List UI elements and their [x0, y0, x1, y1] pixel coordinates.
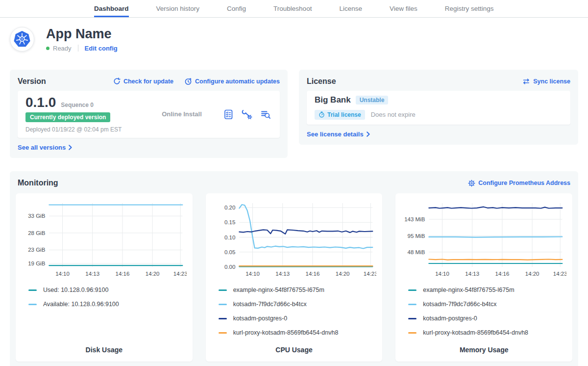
svg-text:14:16: 14:16	[116, 271, 130, 277]
tab-view-files[interactable]: View files	[390, 0, 417, 17]
disk-usage-panel: 33 GiB28 GiB23 GiB19 GiB14:1014:1314:161…	[16, 193, 193, 362]
memory-usage-legend: example-nginx-54f8f76755-l675mkotsadm-7f…	[408, 287, 566, 343]
tab-version-history[interactable]: Version history	[156, 0, 200, 17]
legend-label: kotsadm-7f9dc7d66c-b4tcx	[423, 301, 496, 308]
kubernetes-logo-icon	[10, 27, 34, 52]
svg-text:14:20: 14:20	[146, 271, 160, 277]
configure-automatic-updates-link[interactable]: Configure automatic updates	[184, 78, 280, 85]
svg-text:0.10: 0.10	[224, 235, 235, 240]
stopwatch-icon	[318, 111, 325, 118]
configure-prometheus-label: Configure Prometheus Address	[478, 180, 570, 186]
license-card-header: License Sync license	[307, 77, 570, 86]
legend-item: example-nginx-54f8f76755-l675m	[219, 287, 377, 293]
svg-text:0.20: 0.20	[224, 205, 235, 211]
legend-marker	[219, 332, 227, 334]
cpu-usage-chart: 0.200.150.100.050.0014:1014:1314:1614:20…	[212, 199, 377, 280]
nav-tabs: DashboardVersion historyConfigTroublesho…	[94, 0, 494, 17]
version-card-actions: Check for update Configure automatic upd…	[113, 78, 280, 85]
legend-label: kotsadm-7f9dc7d66c-b4tcx	[233, 301, 307, 308]
refresh-icon	[113, 78, 121, 85]
cards-row: Version Check for update	[10, 70, 578, 158]
monitoring-header: Monitoring	[18, 179, 570, 187]
svg-text:14:16: 14:16	[495, 271, 510, 277]
legend-label: Available: 10.128.0.96:9100	[43, 301, 119, 308]
cpu-usage-title: CPU Usage	[212, 346, 377, 357]
legend-item: kotsadm-7f9dc7d66c-b4tcx	[219, 301, 377, 308]
license-name-row: Big Bank Unstable	[315, 95, 563, 105]
legend-label: Used: 10.128.0.96:9100	[43, 287, 108, 293]
legend-marker	[219, 304, 227, 305]
version-info: 0.1.0 Sequence 0 Currently deployed vers…	[25, 95, 141, 133]
channel-badge: Unstable	[356, 96, 389, 105]
legend-marker	[28, 304, 37, 305]
svg-text:14:10: 14:10	[435, 271, 449, 277]
edit-config-link[interactable]: Edit config	[85, 45, 118, 52]
svg-text:14:20: 14:20	[335, 271, 349, 277]
memory-usage-panel: 143 MiB95 MiB48 MiB14:1014:1314:1614:201…	[395, 193, 572, 362]
kots-admin-dashboard: DashboardVersion historyConfigTroublesho…	[0, 0, 588, 366]
check-for-update-link[interactable]: Check for update	[113, 78, 173, 85]
app-meta: App Name Ready Edit config	[46, 27, 118, 52]
tab-registry-settings[interactable]: Registry settings	[445, 0, 494, 17]
legend-marker	[219, 318, 227, 319]
license-card: License Sync license	[299, 70, 578, 145]
version-card: Version Check for update	[10, 70, 288, 158]
disk-usage-chart: 33 GiB28 GiB23 GiB19 GiB14:1014:1314:161…	[22, 199, 187, 280]
view-logs-icon[interactable]	[260, 109, 271, 120]
top-nav: DashboardVersion historyConfigTroublesho…	[0, 0, 588, 18]
svg-text:14:13: 14:13	[275, 271, 290, 277]
update-clock-icon	[184, 78, 192, 85]
legend-item: kotsadm-7f9dc7d66c-b4tcx	[408, 301, 566, 308]
disk-usage-legend: Used: 10.128.0.96:9100Available: 10.128.…	[28, 287, 187, 315]
legend-label: kotsadm-postgres-0	[233, 315, 287, 322]
svg-text:14:23: 14:23	[553, 271, 566, 277]
sync-license-label: Sync license	[533, 78, 570, 85]
check-for-update-label: Check for update	[123, 78, 173, 85]
install-type-label: Online Install	[141, 110, 223, 118]
tab-license[interactable]: License	[339, 0, 362, 17]
chevron-right-icon	[69, 145, 72, 150]
version-card-title: Version	[18, 77, 46, 86]
license-card-title: License	[307, 77, 336, 86]
preflight-checks-icon[interactable]	[223, 109, 234, 120]
app-header: App Name Ready Edit config	[10, 27, 578, 52]
disk-usage-title: Disk Usage	[22, 346, 187, 357]
svg-text:28 GiB: 28 GiB	[28, 230, 45, 236]
main-content: App Name Ready Edit config Version	[0, 27, 588, 366]
sync-arrows-icon	[522, 78, 530, 85]
trial-license-badge: Trial license	[315, 110, 365, 120]
legend-marker	[408, 332, 416, 334]
tab-troubleshoot[interactable]: Troubleshoot	[273, 0, 312, 17]
tab-dashboard[interactable]: Dashboard	[94, 0, 129, 17]
see-license-details-link[interactable]: See license details	[307, 131, 370, 138]
status-row: Ready Edit config	[46, 45, 118, 52]
svg-text:0.00: 0.00	[224, 264, 235, 270]
svg-text:0.05: 0.05	[224, 249, 235, 255]
legend-item: kurl-proxy-kotsadm-8569fb6454-dnvh8	[219, 329, 377, 336]
legend-item: Available: 10.128.0.96:9100	[28, 301, 187, 308]
svg-text:14:10: 14:10	[245, 271, 260, 277]
edit-config-wrench-icon[interactable]	[242, 109, 252, 120]
svg-text:14:13: 14:13	[466, 271, 480, 277]
chevron-right-icon	[367, 131, 370, 137]
see-all-versions-link[interactable]: See all versions	[18, 144, 72, 151]
version-number-row: 0.1.0 Sequence 0	[25, 95, 141, 110]
legend-item: example-nginx-54f8f76755-l675m	[408, 287, 566, 293]
legend-marker	[408, 318, 416, 319]
cpu-usage-legend: example-nginx-54f8f76755-l675mkotsadm-7f…	[219, 287, 377, 343]
sync-license-link[interactable]: Sync license	[522, 78, 570, 85]
svg-text:95 MiB: 95 MiB	[408, 233, 425, 239]
legend-label: kotsadm-postgres-0	[423, 315, 477, 322]
license-expiry: Does not expire	[371, 111, 416, 118]
tab-config[interactable]: Config	[227, 0, 246, 17]
license-type-row: Trial license Does not expire	[315, 110, 563, 120]
deployed-timestamp: Deployed 01/19/22 @ 02:04 pm EST	[25, 126, 141, 133]
svg-text:33 GiB: 33 GiB	[28, 213, 45, 219]
monitoring-card: Monitoring	[10, 171, 578, 366]
see-all-versions-label: See all versions	[18, 144, 66, 151]
legend-label: kurl-proxy-kotsadm-8569fb6454-dnvh8	[423, 329, 528, 336]
version-card-header: Version Check for update	[18, 77, 280, 86]
svg-text:14:13: 14:13	[85, 271, 99, 277]
legend-item: kotsadm-postgres-0	[408, 315, 566, 322]
configure-prometheus-link[interactable]: Configure Prometheus Address	[468, 180, 570, 187]
